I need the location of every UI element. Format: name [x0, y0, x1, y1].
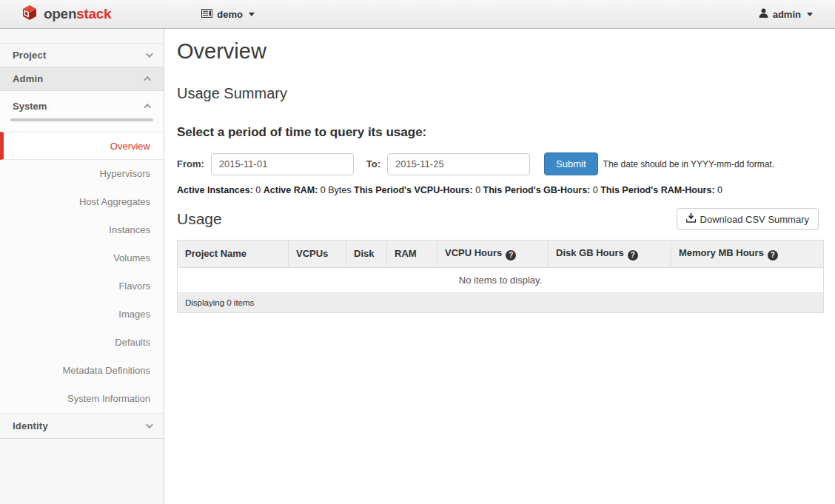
sidebar-section-admin[interactable]: Admin: [0, 67, 164, 91]
sidebar-item-defaults[interactable]: Defaults: [0, 329, 164, 357]
column-header-ram: RAM: [387, 241, 437, 268]
help-icon[interactable]: ?: [506, 250, 516, 261]
to-date-input[interactable]: [387, 153, 530, 175]
page-title: Overview: [177, 39, 824, 64]
sidebar-item-metadata-definitions[interactable]: Metadata Definitions: [0, 357, 164, 385]
sidebar-item-overview[interactable]: Overview: [0, 132, 164, 160]
column-label: Disk GB Hours: [556, 247, 624, 258]
sidebar-item-host-aggregates[interactable]: Host Aggregates: [0, 188, 164, 216]
usage-table-header-row: Project NameVCPUsDiskRAMVCPU Hours?Disk …: [178, 241, 824, 268]
column-header-disk-gb-hours: Disk GB Hours?: [549, 241, 671, 268]
column-label: Project Name: [185, 248, 247, 259]
sidebar-section-identity[interactable]: Identity: [0, 414, 164, 439]
chevron-down-icon: [146, 421, 153, 429]
sidebar-system-block: System OverviewHypervisorsHost Aggregate…: [0, 91, 164, 414]
from-label: From:: [177, 158, 204, 169]
project-switcher-label: demo: [217, 9, 243, 20]
sidebar-spacer: [0, 29, 164, 44]
sidebar-group-system-label: System: [13, 101, 47, 112]
chevron-down-icon: [807, 13, 813, 16]
sidebar-system-items: OverviewHypervisorsHost AggregatesInstan…: [0, 132, 164, 413]
usage-summary-title: Usage Summary: [177, 85, 824, 102]
download-icon: [686, 213, 696, 225]
sidebar-group-system[interactable]: System: [0, 91, 164, 112]
page-layout: Project Admin System OverviewHypervisors…: [0, 29, 835, 504]
sidebar-item-hypervisors[interactable]: Hypervisors: [0, 160, 164, 188]
sidebar-item-images[interactable]: Images: [0, 300, 164, 329]
download-csv-label: Download CSV Summary: [700, 214, 809, 225]
chevron-down-icon: [146, 50, 153, 58]
sidebar-section-project[interactable]: Project: [0, 44, 164, 67]
from-date-input[interactable]: [211, 153, 354, 175]
usage-title: Usage: [177, 210, 222, 228]
stat-this-period-s-gb-hours-: This Period's GB-Hours: 0: [483, 185, 598, 195]
sidebar-section-project-label: Project: [13, 50, 46, 61]
help-icon[interactable]: ?: [768, 250, 778, 261]
openstack-brand[interactable]: openstack: [0, 4, 111, 24]
sidebar-item-volumes[interactable]: Volumes: [0, 244, 164, 272]
query-prompt: Select a period of time to query its usa…: [177, 125, 824, 140]
stat-this-period-s-vcpu-hours-: This Period's VCPU-Hours: 0: [354, 185, 480, 195]
column-header-disk: Disk: [346, 241, 387, 268]
chevron-up-icon: [144, 76, 151, 84]
user-menu-dropdown[interactable]: admin: [759, 8, 813, 20]
stat-active-ram-: Active RAM: 0 Bytes: [264, 185, 352, 195]
column-label: VCPUs: [296, 248, 328, 259]
system-group-underline: [10, 118, 153, 121]
column-header-memory-mb-hours: Memory MB Hours?: [671, 241, 824, 268]
sidebar-section-admin-label: Admin: [13, 73, 43, 84]
sidebar-item-instances[interactable]: Instances: [0, 216, 164, 244]
brand-stack: stack: [76, 6, 111, 21]
openstack-logo-icon: [21, 4, 38, 24]
project-switcher-dropdown[interactable]: demo: [201, 9, 255, 20]
column-label: Memory MB Hours: [679, 247, 764, 258]
column-label: VCPU Hours: [445, 247, 502, 258]
column-label: Disk: [354, 248, 374, 259]
brand-text: openstack: [44, 6, 111, 22]
table-footer-text: Displaying 0 items: [178, 292, 824, 312]
brand-open: open: [44, 6, 76, 21]
stat-active-instances-: Active Instances: 0: [177, 185, 261, 195]
chevron-up-icon: [144, 104, 151, 111]
stat-this-period-s-ram-hours-: This Period's RAM-Hours: 0: [600, 185, 722, 195]
column-header-project-name: Project Name: [178, 241, 289, 268]
download-csv-button[interactable]: Download CSV Summary: [677, 208, 819, 230]
column-header-vcpu-hours: VCPU Hours?: [437, 241, 549, 268]
table-empty-row: No items to display.: [178, 267, 824, 292]
submit-button[interactable]: Submit: [544, 152, 597, 175]
user-menu-label: admin: [773, 9, 801, 20]
usage-header-row: Usage Download CSV Summary: [177, 208, 824, 230]
sidebar-section-identity-label: Identity: [13, 420, 48, 431]
column-label: RAM: [395, 248, 417, 259]
main-content: Overview Usage Summary Select a period o…: [164, 29, 835, 504]
sidebar-item-flavors[interactable]: Flavors: [0, 272, 164, 300]
sidebar: Project Admin System OverviewHypervisors…: [0, 29, 164, 504]
usage-stats: Active Instances: 0 Active RAM: 0 Bytes …: [177, 185, 824, 195]
date-format-hint: The date should be in YYYY-mm-dd format.: [603, 159, 774, 169]
sidebar-item-system-information[interactable]: System Information: [0, 385, 164, 413]
usage-query-form: From: To: Submit The date should be in Y…: [177, 152, 824, 175]
help-icon[interactable]: ?: [628, 250, 638, 261]
empty-message: No items to display.: [178, 267, 824, 292]
user-icon: [759, 8, 768, 20]
project-list-icon: [201, 9, 212, 20]
table-footer-row: Displaying 0 items: [178, 292, 824, 312]
usage-table: Project NameVCPUsDiskRAMVCPU Hours?Disk …: [177, 240, 824, 313]
chevron-down-icon: [249, 13, 255, 16]
top-navbar: openstack demo admin: [0, 0, 835, 29]
to-label: To:: [366, 158, 380, 169]
column-header-vcpus: VCPUs: [289, 241, 346, 268]
